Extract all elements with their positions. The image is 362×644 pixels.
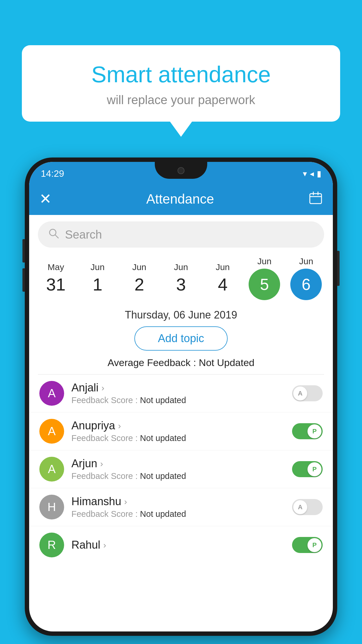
- date-jun-2[interactable]: Jun 2: [120, 262, 159, 295]
- student-feedback: Feedback Score : Not updated: [71, 509, 285, 519]
- avatar: H: [39, 495, 64, 519]
- add-topic-button[interactable]: Add topic: [134, 326, 228, 351]
- front-camera: [178, 167, 184, 174]
- student-name: Himanshu ›: [71, 495, 285, 508]
- student-name: Arjun ›: [71, 457, 285, 470]
- student-list: A Anjali › Feedback Score : Not updated …: [29, 374, 333, 557]
- date-jun-3[interactable]: Jun 3: [161, 262, 201, 295]
- student-name: Rahul ›: [71, 539, 285, 551]
- toggle-knob: P: [307, 538, 321, 552]
- selected-date-label: Thursday, 06 June 2019: [29, 304, 333, 326]
- bubble-title: Smart attendance: [39, 61, 323, 88]
- attendance-toggle[interactable]: A: [292, 499, 323, 515]
- phone-notch: [155, 162, 207, 179]
- phone-container: 14:29 ▾ ◂ ▮ ✕ Attendance: [25, 158, 337, 644]
- student-info: Anjali › Feedback Score : Not updated: [71, 382, 285, 405]
- toggle-off[interactable]: A: [292, 385, 323, 401]
- date-jun-1[interactable]: Jun 1: [78, 262, 117, 295]
- student-row[interactable]: R Rahul › P: [29, 526, 333, 557]
- power-button: [337, 251, 340, 286]
- date-jun-4[interactable]: Jun 4: [203, 262, 242, 295]
- toggle-knob: P: [307, 424, 321, 438]
- search-icon: [48, 228, 59, 242]
- chevron-right-icon: ›: [103, 540, 106, 550]
- chevron-right-icon: ›: [100, 459, 103, 469]
- calendar-icon[interactable]: [309, 191, 323, 207]
- avatar: A: [39, 419, 64, 444]
- student-info: Anupriya › Feedback Score : Not updated: [71, 419, 285, 443]
- toggle-knob: P: [307, 462, 321, 476]
- toggle-knob: A: [293, 500, 307, 514]
- student-info: Arjun › Feedback Score : Not updated: [71, 457, 285, 481]
- student-info: Himanshu › Feedback Score : Not updated: [71, 495, 285, 519]
- avatar: A: [39, 457, 64, 482]
- average-feedback-label: Average Feedback :: [108, 357, 196, 368]
- student-info: Rahul ›: [71, 539, 285, 551]
- student-name: Anupriya ›: [71, 419, 285, 432]
- toggle-on[interactable]: P: [292, 423, 323, 439]
- date-may-31[interactable]: May 31: [36, 262, 75, 295]
- toggle-on[interactable]: P: [292, 537, 323, 553]
- student-row[interactable]: A Arjun › Feedback Score : Not updated P: [29, 450, 333, 488]
- bubble-subtitle: will replace your paperwork: [39, 93, 323, 107]
- search-bar[interactable]: Search: [38, 221, 324, 248]
- student-row[interactable]: A Anjali › Feedback Score : Not updated …: [29, 374, 333, 412]
- date-jun-5[interactable]: Jun 5: [245, 256, 284, 300]
- avatar: A: [39, 381, 64, 406]
- app-bar-title: Attendance: [146, 191, 214, 207]
- attendance-toggle[interactable]: P: [292, 537, 323, 553]
- student-row[interactable]: H Himanshu › Feedback Score : Not update…: [29, 488, 333, 526]
- phone-screen: 14:29 ▾ ◂ ▮ ✕ Attendance: [29, 162, 333, 631]
- toggle-off[interactable]: A: [292, 499, 323, 515]
- status-time: 14:29: [41, 168, 64, 179]
- average-feedback: Average Feedback : Not Updated: [29, 357, 333, 374]
- student-feedback: Feedback Score : Not updated: [71, 433, 285, 443]
- toggle-knob: A: [293, 386, 307, 400]
- chevron-right-icon: ›: [101, 383, 104, 393]
- attendance-toggle[interactable]: A: [292, 385, 323, 401]
- battery-icon: ▮: [317, 169, 321, 178]
- student-feedback: Feedback Score : Not updated: [71, 396, 285, 405]
- svg-line-5: [55, 235, 58, 238]
- search-input[interactable]: Search: [65, 228, 102, 241]
- student-feedback: Feedback Score : Not updated: [71, 471, 285, 481]
- student-name: Anjali ›: [71, 382, 285, 394]
- chevron-right-icon: ›: [124, 497, 127, 507]
- avatar: R: [39, 533, 64, 557]
- phone-frame: 14:29 ▾ ◂ ▮ ✕ Attendance: [25, 158, 337, 636]
- volume-down-button: [22, 268, 25, 292]
- app-bar: ✕ Attendance: [29, 183, 333, 215]
- speech-bubble: Smart attendance will replace your paper…: [22, 45, 340, 122]
- toggle-on[interactable]: P: [292, 461, 323, 477]
- wifi-icon: ▾: [303, 169, 307, 178]
- status-icons: ▾ ◂ ▮: [303, 169, 321, 178]
- volume-up-button: [22, 239, 25, 262]
- attendance-toggle[interactable]: P: [292, 423, 323, 439]
- student-row[interactable]: A Anupriya › Feedback Score : Not update…: [29, 412, 333, 450]
- average-feedback-value: Not Updated: [199, 357, 254, 368]
- attendance-toggle[interactable]: P: [292, 461, 323, 477]
- chevron-right-icon: ›: [118, 421, 121, 431]
- close-button[interactable]: ✕: [39, 190, 52, 207]
- date-jun-6[interactable]: Jun 6: [287, 256, 326, 300]
- date-scroll: May 31 Jun 1 Jun 2 Jun 3 Jun 4: [29, 248, 333, 304]
- svg-rect-0: [310, 194, 321, 204]
- signal-icon: ◂: [310, 169, 314, 178]
